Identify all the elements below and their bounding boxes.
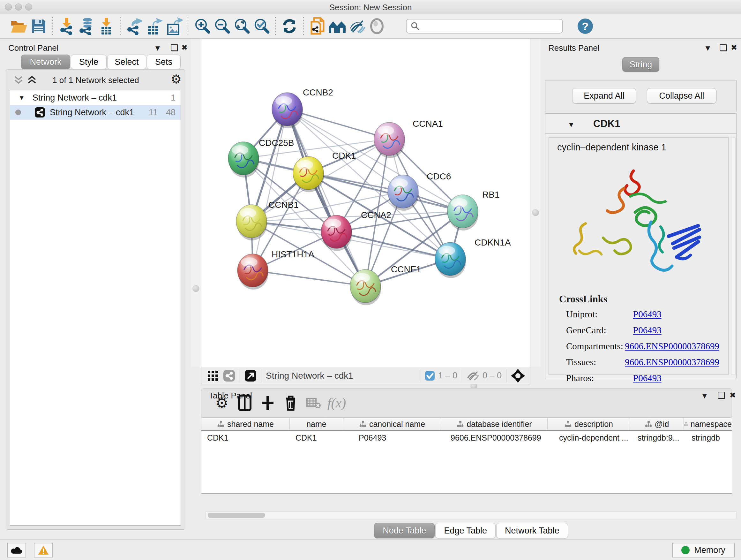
table-hscrollbar-thumb[interactable] <box>208 513 265 518</box>
tab-edge-table[interactable]: Edge Table <box>435 523 495 538</box>
zoom-in-icon[interactable] <box>192 17 212 36</box>
first-neighbors-icon[interactable] <box>327 17 347 36</box>
crosslink-link[interactable]: 9606.ENSP00000378699 <box>625 341 719 352</box>
network-node-label: CCNA2 <box>361 210 391 220</box>
table-panel-float-icon[interactable]: ❑ <box>718 390 725 401</box>
crosslink-link[interactable]: P06493 <box>633 309 662 320</box>
crosslinks-list: Uniprot:P06493 GeneCard:P06493 Compartme… <box>566 304 719 383</box>
export-network-icon[interactable] <box>125 17 144 36</box>
import-network-icon[interactable] <box>57 17 77 36</box>
warning-icon <box>38 545 49 555</box>
results-panel-close-icon[interactable]: ✖ <box>731 43 737 52</box>
cell-id: stringdb:9... <box>630 433 684 442</box>
collection-expand-arrow-icon[interactable]: ▼ <box>18 94 25 102</box>
import-database-icon[interactable] <box>77 17 96 36</box>
crosslink-link[interactable]: 9606.ENSP00000378699 <box>625 357 719 368</box>
hidden-counts: 0 – 0 <box>482 371 502 381</box>
network-birdseye-icon[interactable] <box>223 370 235 382</box>
hidden-eye-icon[interactable] <box>467 370 479 381</box>
help-button[interactable]: ? <box>578 18 593 34</box>
cloud-button[interactable] <box>7 543 26 557</box>
function-builder-icon[interactable]: f(x) <box>325 392 348 414</box>
refresh-icon[interactable] <box>280 17 299 36</box>
grid-view-icon[interactable] <box>207 370 219 381</box>
table-hscrollbar[interactable] <box>205 511 737 519</box>
open-in-window-icon[interactable] <box>245 370 257 382</box>
network-list: ▼ String Network – cdk1 1 String Network… <box>10 90 181 525</box>
zoom-fit-icon[interactable] <box>232 17 252 36</box>
export-image-icon[interactable] <box>164 17 184 36</box>
results-scrollbar[interactable] <box>731 137 736 375</box>
column-header[interactable]: name <box>290 418 343 430</box>
network-node[interactable]: CCNA1 <box>374 119 443 158</box>
column-header[interactable]: database identifier <box>441 418 548 430</box>
network-canvas-svg[interactable]: CCNB2CCNA1CDC25BCDK1CDC6RB1CCNB1CCNA2CDK… <box>201 39 530 366</box>
results-buttons-box: Expand All Collapse All <box>545 80 737 112</box>
open-session-icon[interactable] <box>9 17 29 36</box>
network-collection-row[interactable]: ▼ String Network – cdk1 1 <box>10 90 181 105</box>
right-splitter-handle[interactable] <box>532 209 539 216</box>
network-status-dot <box>15 110 21 115</box>
network-canvas[interactable]: CCNB2CCNA1CDC25BCDK1CDC6RB1CCNB1CCNA2CDK… <box>201 39 530 367</box>
column-header[interactable]: namespace <box>684 418 732 430</box>
right-splitter[interactable] <box>530 39 541 367</box>
add-column-icon[interactable] <box>256 392 279 414</box>
zoom-selected-icon[interactable] <box>252 17 271 36</box>
network-node[interactable]: HIST1H1A <box>238 249 314 290</box>
toolbar-separator <box>52 17 53 36</box>
memory-button[interactable]: Memory <box>672 543 735 557</box>
tab-select[interactable]: Select <box>107 55 146 69</box>
delete-table-icon[interactable] <box>302 392 325 414</box>
warning-button[interactable] <box>34 543 53 557</box>
expand-all-button[interactable]: Expand All <box>572 88 636 104</box>
crosslink-link[interactable]: P06493 <box>633 325 662 335</box>
zoom-out-icon[interactable] <box>212 17 232 36</box>
separator <box>506 369 507 382</box>
tab-node-table[interactable]: Node Table <box>374 523 434 538</box>
table-panel-menu-icon[interactable]: ▼ <box>701 391 709 400</box>
memory-status-dot <box>681 546 690 554</box>
table-panel-close-icon[interactable]: ✖ <box>730 391 736 400</box>
network-node[interactable]: RB1 <box>448 190 499 231</box>
network-list-gear-icon[interactable]: ⚙ <box>171 72 182 86</box>
results-entry-box: ▼ CDK1 cyclin–dependent kinase 1 <box>545 113 737 378</box>
tab-network[interactable]: Network <box>21 55 70 69</box>
entry-collapse-arrow-icon[interactable]: ▼ <box>568 121 575 129</box>
control-panel-float-icon[interactable]: ❑ <box>171 43 179 53</box>
tab-sets[interactable]: Sets <box>147 55 181 69</box>
tab-string-results[interactable]: String <box>622 57 659 72</box>
network-node[interactable]: CCNB2 <box>272 87 333 128</box>
column-header[interactable]: description <box>548 418 630 430</box>
tab-network-table[interactable]: Network Table <box>496 523 568 538</box>
control-panel-menu-icon[interactable]: ▼ <box>154 44 161 53</box>
toolbar-separator <box>188 17 188 36</box>
save-session-icon[interactable] <box>29 17 49 36</box>
control-panel-close-icon[interactable]: ✖ <box>181 43 188 52</box>
delete-column-icon[interactable] <box>279 392 302 414</box>
network-view-toolbar: String Network – cdk1 1 – 0 0 – 0 <box>201 367 530 384</box>
show-eye-icon[interactable] <box>367 17 387 36</box>
tab-style[interactable]: Style <box>71 55 107 69</box>
table-row[interactable]: CDK1 CDK1 P06493 9606.ENSP00000378699 cy… <box>201 431 732 445</box>
results-panel-float-icon[interactable]: ❑ <box>719 43 727 53</box>
selected-checkbox-icon[interactable] <box>425 371 435 381</box>
results-panel-menu-icon[interactable]: ▼ <box>704 44 712 53</box>
crosslink-link[interactable]: P06493 <box>633 373 662 383</box>
separator <box>261 369 261 382</box>
share-document-icon[interactable] <box>308 17 327 36</box>
table-tabs: Node Table Edge Table Network Table <box>201 523 741 538</box>
column-header[interactable]: shared name <box>201 418 290 430</box>
toolbar-search-input[interactable] <box>406 19 563 34</box>
column-header[interactable]: canonical name <box>343 418 441 430</box>
left-splitter-handle[interactable] <box>192 285 199 292</box>
left-splitter[interactable] <box>191 39 201 367</box>
import-table-icon[interactable] <box>96 17 116 36</box>
hide-selected-icon[interactable] <box>347 17 367 36</box>
network-node[interactable]: CDKN1A <box>435 238 511 278</box>
crosslink-label: Tissues: <box>566 357 625 368</box>
column-header[interactable]: @id <box>630 418 684 430</box>
pan-crosshair-icon[interactable] <box>511 369 525 383</box>
export-table-icon[interactable] <box>144 17 164 36</box>
network-row-selected[interactable]: String Network – cdk1 11 48 <box>10 105 181 120</box>
collapse-all-button[interactable]: Collapse All <box>647 88 717 104</box>
